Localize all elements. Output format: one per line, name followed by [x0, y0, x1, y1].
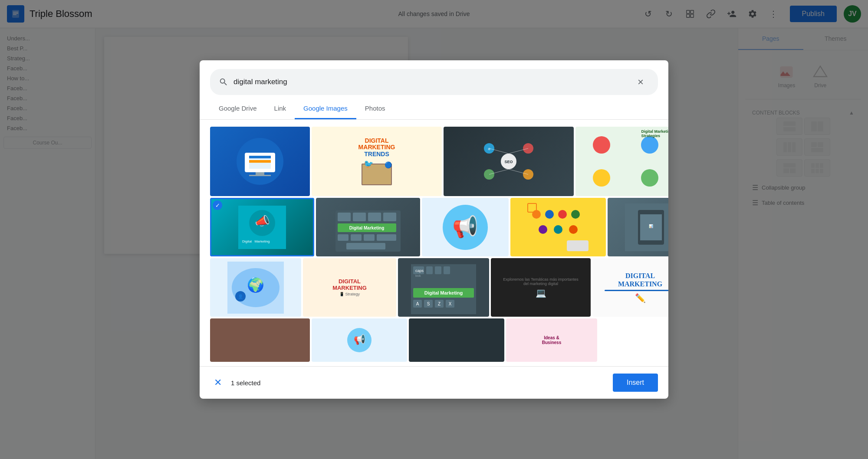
svg-text:📢: 📢 [354, 334, 366, 345]
tab-google-images[interactable]: Google Images [295, 98, 356, 119]
image-insert-modal: × Google Drive Link Google Images Photos [200, 60, 668, 399]
svg-rect-74 [567, 240, 589, 251]
image-cell-9[interactable]: 📊 [608, 198, 668, 256]
image-cell-7[interactable]: 📢 [422, 198, 509, 256]
svg-rect-61 [364, 234, 375, 241]
svg-text:Marketing: Marketing [254, 239, 270, 243]
svg-text:caps: caps [415, 269, 424, 273]
svg-text:Digital Marketing: Digital Marketing [424, 290, 463, 295]
image-cell-r4-1[interactable] [210, 318, 310, 362]
modal-footer: ✕ 1 selected Insert [200, 366, 668, 399]
search-icon [219, 77, 228, 87]
svg-point-68 [545, 210, 554, 219]
image-cell-11[interactable]: DIGITALMARKETING 📱 Strategy [303, 258, 396, 317]
svg-text:⚙: ⚙ [488, 148, 490, 151]
svg-rect-87 [426, 266, 433, 274]
selection-check-5: ✓ [213, 200, 222, 210]
tab-google-drive[interactable]: Google Drive [210, 98, 266, 119]
svg-point-69 [558, 210, 567, 219]
svg-rect-34 [256, 172, 264, 175]
svg-rect-35 [249, 175, 271, 176]
svg-text:👤: 👤 [238, 294, 243, 299]
svg-rect-59 [338, 234, 349, 241]
image-cell-13[interactable]: Exploremos las Temáticas más importantes… [491, 258, 591, 317]
svg-text:A: A [416, 302, 419, 306]
svg-text:📊: 📊 [649, 224, 653, 228]
svg-rect-47 [238, 206, 286, 249]
image-cell-4[interactable]: Digital MarketingStrategies [575, 127, 668, 196]
svg-point-70 [571, 210, 580, 219]
deselect-button[interactable]: ✕ [210, 375, 226, 390]
image-row-3: 🌍 👤 DIGITALMARKETING 📱 Strategy [210, 258, 658, 317]
image-row-2: ✓ 📣 Digital Marketing [210, 198, 658, 256]
modal-tabs: Google Drive Link Google Images Photos [200, 98, 668, 120]
modal-image-grid-area: DIGITALMARKETINGTRENDS 🐦 🔵 SEO [200, 120, 668, 366]
svg-text:Z: Z [438, 302, 441, 306]
modal-close-button[interactable]: × [632, 73, 649, 91]
svg-rect-56 [383, 213, 396, 221]
svg-text:lock: lock [415, 274, 421, 277]
image-cell-r4-3[interactable] [409, 318, 504, 362]
image-cell-2[interactable]: DIGITALMARKETINGTRENDS 🐦 🔵 [312, 127, 442, 196]
svg-point-73 [569, 225, 578, 234]
svg-rect-88 [435, 266, 441, 274]
svg-point-48 [249, 210, 275, 236]
svg-rect-60 [351, 234, 362, 241]
svg-text:SEO: SEO [504, 160, 513, 164]
svg-text:X: X [449, 302, 452, 306]
svg-rect-32 [249, 156, 271, 158]
svg-text:📣: 📣 [255, 214, 270, 228]
svg-rect-89 [444, 266, 450, 274]
image-cell-10[interactable]: 🌍 👤 [210, 258, 301, 317]
svg-point-71 [539, 225, 547, 234]
image-cell-8[interactable] [510, 198, 606, 256]
image-cell-3[interactable]: SEO ⚙ [444, 127, 574, 196]
image-cell-6[interactable]: Digital Marketing [316, 198, 420, 256]
image-cell-12[interactable]: caps lock Digital Marketing A S Z X [398, 258, 489, 317]
modal-search-area: × [200, 60, 668, 95]
svg-text:Digital Marketing: Digital Marketing [349, 226, 385, 230]
image-cell-5[interactable]: ✓ 📣 Digital Marketing [210, 198, 314, 256]
image-cell-1[interactable] [210, 127, 310, 196]
search-box: × [210, 69, 658, 95]
svg-rect-53 [338, 213, 351, 221]
svg-text:🌍: 🌍 [247, 277, 264, 293]
svg-rect-63 [346, 243, 385, 249]
svg-rect-54 [353, 213, 366, 221]
tab-photos[interactable]: Photos [356, 98, 394, 119]
search-input[interactable] [233, 78, 627, 86]
svg-rect-33 [249, 160, 271, 163]
modal-overlay[interactable]: × Google Drive Link Google Images Photos [0, 0, 868, 459]
svg-text:S: S [427, 302, 430, 306]
image-row-4: 📢 Ideas &Business [210, 318, 658, 362]
image-cell-r4-2[interactable]: 📢 [312, 318, 407, 362]
image-cell-14[interactable]: DIGITALMARKETING ✏️ [592, 258, 668, 317]
tab-link[interactable]: Link [266, 98, 295, 119]
svg-rect-55 [368, 213, 381, 221]
svg-text:Digital: Digital [242, 239, 252, 243]
insert-button[interactable]: Insert [613, 374, 658, 392]
image-row-1: DIGITALMARKETINGTRENDS 🐦 🔵 SEO [210, 127, 658, 196]
selected-count-label: 1 selected [231, 379, 260, 387]
svg-point-72 [554, 225, 562, 234]
svg-text:📢: 📢 [452, 214, 478, 239]
svg-rect-62 [377, 234, 396, 241]
image-cell-r4-4[interactable]: Ideas &Business [506, 318, 597, 362]
